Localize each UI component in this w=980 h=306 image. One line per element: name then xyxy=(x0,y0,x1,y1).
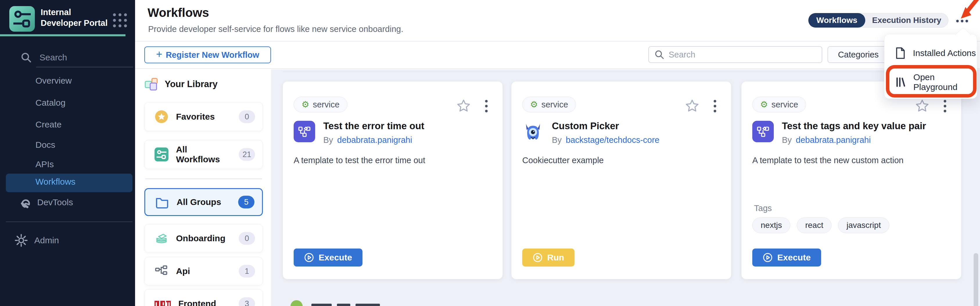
npm-icon xyxy=(154,300,171,306)
library-item-all-groups[interactable]: All Groups 5 xyxy=(144,188,263,216)
menu-item-open-playground[interactable]: Open Playground xyxy=(885,70,977,95)
favorite-star-icon[interactable] xyxy=(685,98,700,114)
workflow-card: ⚙ service Test the tags and xyxy=(741,81,961,279)
flowchart-icon xyxy=(294,121,315,142)
books-icon xyxy=(154,231,169,245)
library-item-label: All Workflows xyxy=(176,144,231,164)
card-menu-button[interactable] xyxy=(712,98,718,114)
sidebar-search-underline xyxy=(36,67,133,67)
service-chip: ⚙ service xyxy=(752,97,806,113)
sidebar-item-devtools[interactable]: DevTools xyxy=(18,196,73,209)
tag-pill[interactable]: javascript xyxy=(838,217,889,233)
count-badge: 5 xyxy=(238,196,255,208)
library-item-frontend[interactable]: Frontend 3 xyxy=(144,289,263,306)
portal-title: Internal Developer Portal xyxy=(41,7,113,29)
sidebar-accent-rule xyxy=(0,34,126,36)
library-item-api[interactable]: Api 1 xyxy=(144,257,263,285)
menu-item-installed-actions[interactable]: Installed Actions xyxy=(885,41,977,66)
execute-button[interactable]: Execute xyxy=(294,249,363,266)
sidebar-item-catalog[interactable]: Catalog xyxy=(35,97,65,109)
run-button[interactable]: Run xyxy=(522,249,574,266)
card-description: A template to test the error time out xyxy=(294,155,494,165)
card-byline: Bydebabrata.panigrahi xyxy=(323,135,424,145)
service-chip: ⚙ service xyxy=(294,97,347,113)
workflow-search-input[interactable] xyxy=(669,50,816,60)
library-item-onboarding[interactable]: Onboarding 0 xyxy=(144,224,263,252)
view-toggle: Workflows Execution History xyxy=(808,13,948,28)
menu-item-label: Open Playground xyxy=(913,72,977,92)
more-options-menu: Installed Actions Open Playground xyxy=(884,34,977,99)
author-link[interactable]: debabrata.panigrahi xyxy=(796,135,871,144)
card-description: Cookiecutter example xyxy=(522,155,722,165)
app-grid-icon[interactable] xyxy=(111,12,127,28)
play-icon xyxy=(763,252,773,262)
card-byline: Bybackstage/techdocs-core xyxy=(552,135,659,145)
favorite-star-icon[interactable] xyxy=(915,98,930,114)
library-item-favorites[interactable]: Favorites 0 xyxy=(144,102,263,131)
sidebar-item-overview[interactable]: Overview xyxy=(35,75,72,87)
tab-execution-history[interactable]: Execution History xyxy=(865,13,948,27)
register-new-workflow-label: Register New Workflow xyxy=(166,50,259,60)
author-link[interactable]: debabrata.panigrahi xyxy=(337,135,412,144)
service-chip-label: service xyxy=(772,100,798,109)
nodes-icon xyxy=(154,264,169,278)
workflow-card: ⚙ service Test the error tim xyxy=(283,81,503,279)
search-icon xyxy=(654,49,665,60)
sidebar-item-apis[interactable]: APIs xyxy=(35,158,54,170)
wrench-icon xyxy=(18,196,31,209)
card-title: Test the error time out xyxy=(323,121,424,131)
execute-label: Execute xyxy=(319,252,352,262)
workflow-search xyxy=(648,46,822,63)
play-icon xyxy=(533,252,542,262)
page-title: Workflows xyxy=(148,6,209,20)
more-options-button[interactable] xyxy=(956,18,971,24)
categories-label: Categories xyxy=(838,50,879,60)
card-description: A template to test the new custom action xyxy=(752,155,952,165)
card-identity: Test the error time out Bydebabrata.pani… xyxy=(294,121,424,145)
execute-button[interactable]: Execute xyxy=(752,249,821,266)
favorite-star-icon[interactable] xyxy=(456,98,471,114)
sidebar: Internal Developer Portal Search Overvie… xyxy=(0,0,135,306)
gear-icon xyxy=(14,234,28,247)
favorites-star-icon xyxy=(154,110,169,124)
next-section-partial xyxy=(290,300,380,306)
tag-pill[interactable]: nextjs xyxy=(752,217,790,233)
categories-filter-button[interactable]: Categories xyxy=(827,46,889,63)
card-title: Test the tags and key value pair xyxy=(782,121,926,131)
gear-icon: ⚙ xyxy=(760,100,768,109)
vertical-scrollbar[interactable] xyxy=(974,253,978,306)
card-menu-button[interactable] xyxy=(483,98,489,114)
sidebar-search[interactable]: Search xyxy=(20,50,125,65)
gear-icon: ⚙ xyxy=(301,100,309,109)
run-label: Run xyxy=(547,252,564,262)
library-header: Your Library xyxy=(144,77,218,92)
sidebar-item-docs[interactable]: Docs xyxy=(35,139,55,151)
portal-logo-icon[interactable] xyxy=(9,6,35,32)
card-byline: Bydebabrata.panigrahi xyxy=(782,135,926,145)
service-chip-label: service xyxy=(541,100,568,109)
sidebar-item-workflows[interactable]: Workflows xyxy=(6,174,132,192)
cubes-icon xyxy=(144,77,159,92)
workflows-icon xyxy=(154,147,169,162)
sidebar-item-create[interactable]: Create xyxy=(35,119,62,131)
author-link[interactable]: backstage/techdocs-core xyxy=(566,135,659,144)
card-menu-button[interactable] xyxy=(942,98,948,114)
tab-workflows[interactable]: Workflows xyxy=(808,13,865,28)
tag-pill[interactable]: react xyxy=(797,217,832,233)
count-badge: 1 xyxy=(239,265,255,277)
card-title: Custom Picker xyxy=(552,121,659,131)
menu-item-label: Installed Actions xyxy=(913,48,976,58)
library-item-all-workflows[interactable]: All Workflows 21 xyxy=(144,140,263,169)
card-identity: Custom Picker Bybackstage/techdocs-core xyxy=(522,121,659,145)
library-item-label: Onboarding xyxy=(176,233,231,243)
card-identity: Test the tags and key value pair Bydebab… xyxy=(752,121,926,145)
sidebar-item-admin[interactable]: Admin xyxy=(14,234,59,247)
library-item-label: Frontend xyxy=(178,299,231,306)
register-new-workflow-button[interactable]: + Register New Workflow xyxy=(144,46,271,63)
library-header-label: Your Library xyxy=(165,79,218,89)
execute-label: Execute xyxy=(777,252,811,262)
sidebar-item-workflows-label: Workflows xyxy=(35,177,76,187)
service-chip-label: service xyxy=(313,100,340,109)
plus-icon: + xyxy=(156,48,162,60)
sidebar-item-admin-label: Admin xyxy=(34,235,59,245)
